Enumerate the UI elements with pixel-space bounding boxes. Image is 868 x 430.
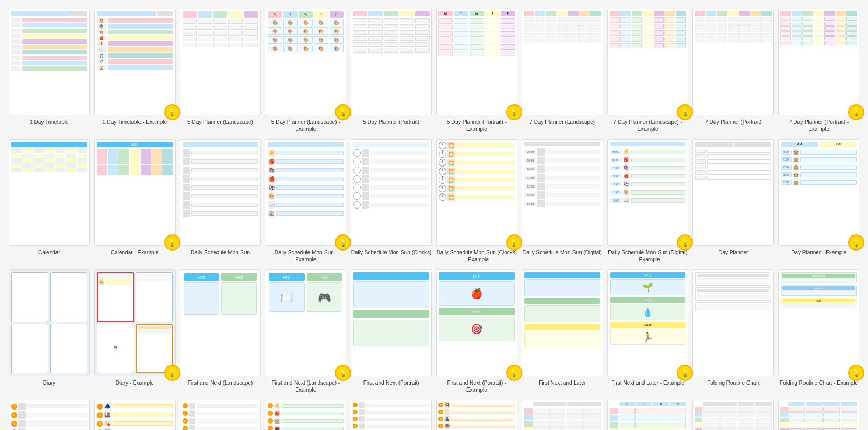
label-7day-portrait: 7 Day Planner (Portrait) (705, 119, 761, 126)
thumbnail-daily-schedule-clocks (351, 139, 432, 246)
template-item-menu-monsun[interactable]: Menu Mon-Sun (692, 400, 774, 430)
template-item-7day-portrait-example[interactable]: 💡7 Day Planner (Portrait) - Example (778, 9, 859, 133)
label-folding-routine-example: Folding Routine Chart - Example (780, 379, 858, 386)
thumbnail-menu-monfri-example: BLDS 💡 (607, 400, 689, 430)
thumbnail-7day-landscape (522, 9, 603, 115)
template-item-instructions-15-example[interactable]: 1 ☀️ 2 🎒 3 🏫 4 💼 5 🏠 (265, 400, 346, 430)
template-item-5day-landscape-example[interactable]: MTWTF 🎨🎨🎨🎨🎨 🎨🎨🎨🎨🎨 🎨🎨🎨🎨🎨 🎨🎨🎨🎨🎨 💡5 Day Pla… (265, 9, 346, 133)
template-item-7day-landscape[interactable]: 7 Day Planner (Landscape) (522, 9, 603, 133)
label-calendar: Calendar (38, 249, 60, 256)
template-item-daily-schedule-digital[interactable]: 08:00 09:00 10:00 11:00 12:00 (522, 139, 603, 263)
bulb-icon-day-planner-example: 💡 (848, 234, 864, 251)
template-item-first-next-landscape[interactable]: First Next First and Next (Landscape) (180, 269, 261, 393)
template-item-first-next-later-example[interactable]: First 🌱 Next 💧 Later 🏃 💡First Next and L… (607, 269, 689, 393)
bulb-icon-first-next-later-example: 💡 (677, 365, 693, 381)
thumbnail-5day-landscape-example: MTWTF 🎨🎨🎨🎨🎨 🎨🎨🎨🎨🎨 🎨🎨🎨🎨🎨 🎨🎨🎨🎨🎨 💡 (265, 9, 346, 115)
template-item-folding-routine[interactable]: Folding Routine Chart (692, 269, 774, 393)
thumbnail-first-next-later-example: First 🌱 Next 💧 Later 🏃 💡 (607, 269, 689, 376)
thumbnail-first-next-landscape-example: First 🍽️ Next 🎮 💡 (265, 269, 346, 376)
label-first-next-later: First Next and Later (538, 379, 586, 386)
template-item-folding-routine-example[interactable]: plant seeds water it sun 💡Folding Routin… (778, 269, 859, 393)
label-5day-portrait-example: 5 Day Planner (Portrait) - Example (436, 119, 517, 133)
bulb-icon-daily-schedule-digital-example: 💡 (677, 234, 693, 251)
template-item-day-planner[interactable]: Day Planner (692, 139, 774, 263)
template-item-5day-portrait-example[interactable]: MTWTF 💡5 Day Planner (Portrait) - Exampl… (436, 9, 517, 133)
template-item-instructions-16-example[interactable]: 1 🍳 2 🦷 3 👗 4 📚 5 🍽️ (436, 400, 517, 430)
template-item-calendar-example[interactable]: 2024 💡Calendar - Example (94, 139, 176, 263)
template-item-daily-schedule-monsun[interactable]: Daily Schedule Mon-Sun (180, 139, 261, 263)
template-item-daily-schedule-clocks-example[interactable]: 🌅 🌅 🌅 (436, 139, 517, 263)
template-item-diary[interactable]: Diary (9, 269, 90, 393)
template-item-5day-portrait[interactable]: 5 Day Planner (Portrait) (351, 9, 432, 133)
bulb-icon-calendar-example: 💡 (164, 234, 180, 251)
thumbnail-7day-portrait (692, 9, 774, 115)
bulb-icon-first-next-portrait-example: 💡 (506, 365, 522, 381)
label-7day-landscape: 7 Day Planner (Landscape) (529, 119, 595, 126)
thumbnail-daily-schedule-monsun-example: ☀️ 🎒 📚 🍎 ⚽ 🎨 📖 (265, 139, 346, 246)
template-item-daily-schedule-clocks[interactable]: Daily Schedule Mon-Sun (Clocks) (351, 139, 432, 263)
thumbnail-instructions-14: 1 2 3 4 (9, 400, 90, 430)
thumbnail-diary-example: 😀 📅 💡 (94, 269, 176, 376)
template-item-7day-landscape-example[interactable]: 💡7 Day Planner (Landscape) - Example (607, 9, 689, 133)
bulb-icon-5day-portrait-example: 💡 (506, 104, 522, 120)
label-first-next-landscape-example: First and Next (Landscape) - Example (265, 379, 346, 393)
label-number-day-timetable-example: 1 (102, 119, 107, 125)
template-item-5day-landscape[interactable]: 5 Day Planner (Landscape) (180, 9, 261, 133)
label-7day-landscape-example: 7 Day Planner (Landscape) - Example (607, 119, 689, 133)
label-daily-schedule-clocks-example: Daily Schedule Mon-Sun (Clocks) - Exampl… (436, 249, 517, 263)
thumbnail-7day-portrait-example: 💡 (778, 9, 859, 115)
template-item-instructions-15[interactable]: 1 2 3 4 5 (180, 400, 261, 430)
thumbnail-first-next-landscape: First Next (180, 269, 261, 376)
template-item-diary-example[interactable]: 😀 📅 💡Diary - Example (94, 269, 176, 393)
template-item-daily-schedule-digital-example[interactable]: 08:00 ☀️ 09:00 🎒 10:00 📚 11:00 🍎 12:0 (607, 139, 689, 263)
thumbnail-daily-schedule-digital-example: 08:00 ☀️ 09:00 🎒 10:00 📚 11:00 🍎 12:0 (607, 139, 689, 246)
thumbnail-5day-portrait-example: MTWTF 💡 (436, 9, 517, 115)
template-item-first-next-portrait-example[interactable]: First 🍎 Next 🎯 💡First and Next (Portrait… (436, 269, 517, 393)
template-item-first-next-landscape-example[interactable]: First 🍽️ Next 🎮 💡First and Next (Landsca… (265, 269, 346, 393)
thumbnail-daily-schedule-clocks-example: 🌅 🌅 🌅 (436, 139, 517, 246)
thumbnail-day-timetable (9, 9, 90, 115)
label-day-timetable-example: 1 Day Timetable - Example (102, 119, 167, 126)
label-daily-schedule-clocks: Daily Schedule Mon-Sun (Clocks) (351, 249, 432, 256)
label-day-planner: Day Planner (718, 249, 748, 256)
thumbnail-menu-monfri (522, 400, 603, 430)
template-item-day-timetable[interactable]: 1 Day Timetable (9, 9, 90, 133)
template-item-day-timetable-example[interactable]: 🏫 📚 🎨 🍎 🏃 (94, 9, 176, 133)
thumbnail-day-planner-example: AM PM 8:00 🏫 8:00 🏫 8:00 🏫 8:00 (778, 139, 859, 246)
template-item-menu-monsun-example[interactable]: 💡Menu Mon-Sun - Example (778, 400, 859, 430)
template-item-menu-monfri[interactable]: Menu Mon-Fri (522, 400, 603, 430)
template-item-instructions-16[interactable]: 1 2 3 4 5 (351, 400, 432, 430)
bulb-icon-daily-schedule-clocks-example: 💡 (506, 234, 522, 251)
thumbnail-5day-portrait (351, 9, 432, 115)
label-first-next-later-example: First Next and Later - Example (611, 379, 684, 386)
label-calendar-example: Calendar - Example (111, 249, 158, 256)
bulb-icon-7day-portrait-example: 💡 (848, 104, 864, 120)
bulb-icon-7day-landscape-example: 💡 (677, 104, 693, 120)
label-diary-example: Diary - Example (116, 379, 154, 386)
template-item-instructions-14[interactable]: 1 2 3 4 Instructions 1-4 (9, 400, 90, 430)
label-daily-schedule-monsun-example: Daily Schedule Mon-Sun - Example (265, 249, 346, 263)
thumbnail-instructions-15: 1 2 3 4 5 (180, 400, 261, 430)
thumbnail-instructions-15-example: 1 ☀️ 2 🎒 3 🏫 4 💼 5 🏠 (265, 400, 346, 430)
thumbnail-daily-schedule-digital: 08:00 09:00 10:00 11:00 12:00 (522, 139, 603, 246)
label-daily-schedule-digital: Daily Schedule Mon-Sun (Digital) (523, 249, 602, 256)
template-item-calendar[interactable]: Calendar (9, 139, 90, 263)
template-item-menu-monfri-example[interactable]: BLDS 💡Menu Mon-Fri - (607, 400, 689, 430)
label-5day-portrait: 5 Day Planner (Portrait) (363, 119, 419, 126)
thumbnail-instructions-16: 1 2 3 4 5 (351, 400, 432, 430)
thumbnail-day-planner (692, 139, 774, 246)
label-first-next-landscape: First and Next (Landscape) (188, 379, 253, 386)
thumbnail-first-next-portrait (351, 269, 432, 376)
template-item-daily-schedule-monsun-example[interactable]: ☀️ 🎒 📚 🍎 ⚽ 🎨 📖 (265, 139, 346, 263)
template-item-day-planner-example[interactable]: AM PM 8:00 🏫 8:00 🏫 8:00 🏫 8:00 (778, 139, 859, 263)
label-number-day-timetable: 1 (30, 119, 34, 125)
label-5day-landscape: 5 Day Planner (Landscape) (187, 119, 253, 126)
thumbnail-folding-routine (692, 269, 774, 376)
bulb-icon-daily-schedule-monsun-example: 💡 (335, 234, 351, 251)
template-item-instructions-14-example[interactable]: 1 🧥 2 🍱 3 💊 4 🌅 💡Instructions 1-4 - Exa (94, 400, 176, 430)
label-first-next-portrait-example: First and Next (Portrait) - Example (436, 379, 517, 393)
label-diary: Diary (43, 379, 55, 386)
template-item-first-next-portrait[interactable]: First and Next (Portrait) (351, 269, 432, 393)
template-item-7day-portrait[interactable]: 7 Day Planner (Portrait) (692, 9, 774, 133)
template-item-first-next-later[interactable]: First Next and Later (522, 269, 603, 393)
